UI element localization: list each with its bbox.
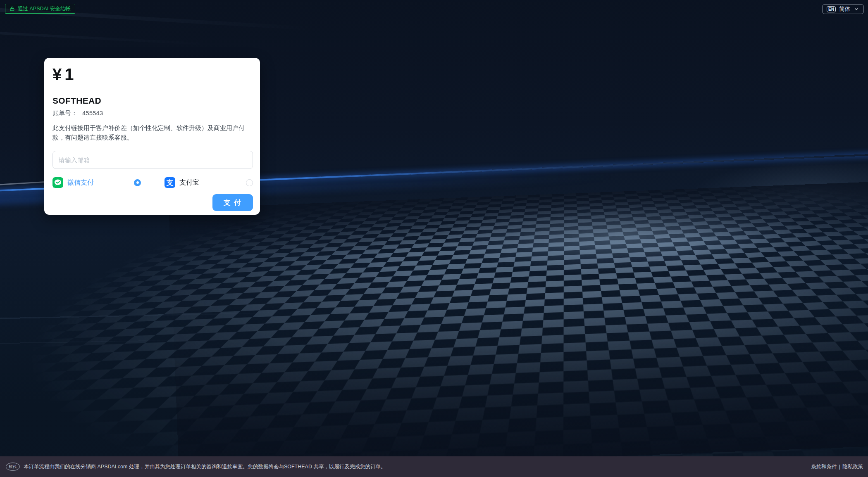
email-input[interactable] bbox=[52, 151, 253, 169]
bill-number-label: 账单号： bbox=[52, 109, 77, 116]
footer-links: 条款和条件|隐私政策 bbox=[811, 463, 863, 470]
pay-button[interactable]: 支 付 bbox=[212, 194, 253, 211]
bill-number-row: 账单号：455543 bbox=[52, 109, 253, 117]
amount-value: 1 bbox=[64, 65, 74, 83]
currency-symbol: ¥ bbox=[52, 65, 62, 83]
payment-card: ¥1 SOFTHEAD 账单号：455543 此支付链接用于客户补价差（如个性化… bbox=[44, 58, 260, 215]
alipay-radio[interactable] bbox=[246, 179, 253, 186]
payment-method-alipay[interactable]: 支 支付宝 bbox=[165, 177, 253, 188]
wechat-pay-label: 微信支付 bbox=[67, 178, 94, 187]
privacy-link[interactable]: 隐私政策 bbox=[842, 464, 863, 470]
secure-checkout-badge: 通过 APSDAI 安全结帐 bbox=[5, 4, 75, 14]
payment-methods: 微信支付 支 支付宝 bbox=[52, 177, 253, 188]
chevron-down-icon bbox=[854, 6, 859, 12]
wechat-pay-icon bbox=[52, 177, 63, 188]
payment-description: 此支付链接用于客户补价差（如个性化定制、软件升级）及商业用户付款，有问题请直接联… bbox=[52, 123, 253, 142]
payment-page: 通过 APSDAI 安全结帐 EN 简体 ¥1 SOFTHEAD 账单号：455… bbox=[0, 0, 868, 477]
pay-button-row: 支 付 bbox=[52, 194, 253, 211]
reseller-logo: 软代 bbox=[6, 463, 20, 471]
lock-icon bbox=[10, 6, 15, 12]
alipay-icon: 支 bbox=[165, 177, 175, 188]
language-label: 简体 bbox=[839, 5, 850, 13]
footer-disclaimer: 本订单流程由我们的在线分销商 APSDAI.com 处理，并由其为您处理订单相关… bbox=[24, 463, 803, 470]
reseller-link[interactable]: APSDAI.com bbox=[97, 464, 127, 470]
language-code-badge: EN bbox=[827, 6, 836, 12]
terms-link[interactable]: 条款和条件 bbox=[811, 464, 837, 470]
background-mesh bbox=[169, 178, 868, 473]
alipay-label: 支付宝 bbox=[179, 178, 199, 187]
payment-method-wechat[interactable]: 微信支付 bbox=[52, 177, 141, 188]
bill-number-value: 455543 bbox=[82, 109, 103, 116]
language-selector[interactable]: EN 简体 bbox=[822, 4, 864, 14]
amount: ¥1 bbox=[52, 65, 253, 83]
wechat-pay-radio[interactable] bbox=[134, 179, 141, 186]
footer-bar: 软代 本订单流程由我们的在线分销商 APSDAI.com 处理，并由其为您处理订… bbox=[0, 456, 868, 477]
link-separator: | bbox=[839, 464, 840, 470]
merchant-name: SOFTHEAD bbox=[52, 96, 253, 106]
secure-checkout-label: 通过 APSDAI 安全结帐 bbox=[18, 5, 71, 12]
